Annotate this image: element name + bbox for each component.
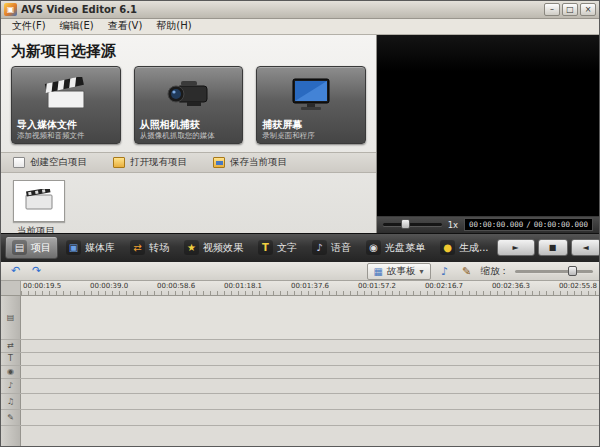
menu-bar: 文件(F) 编辑(E) 查看(V) 帮助(H) (1, 19, 599, 35)
minimize-button[interactable]: – (544, 3, 560, 16)
current-project-thumbnail[interactable] (13, 180, 65, 222)
link-label: 保存当前项目 (230, 156, 287, 169)
seek-slider[interactable] (383, 223, 442, 226)
tab-label: 视频效果 (203, 241, 243, 255)
source-label: 导入媒体文件 (17, 119, 115, 131)
capture-camera-button[interactable]: 从照相机捕获 从摄像机抓取您的媒体 (134, 66, 244, 144)
tab-text[interactable]: T 文字 (251, 236, 304, 259)
step-back-button[interactable]: ◄ (571, 239, 600, 256)
timeline-toolbar-right: ▦ 故事板 ▾ ♪ ✎ 缩放： (367, 263, 593, 280)
link-label: 打开现有项目 (130, 156, 187, 169)
play-button[interactable]: ► (497, 239, 535, 256)
transition-track-lane[interactable] (21, 340, 599, 352)
tab-label: 转场 (149, 241, 169, 255)
open-folder-icon (113, 157, 125, 168)
clapperboard-icon (17, 70, 115, 119)
tab-transitions[interactable]: ⇄ 转场 (123, 236, 176, 259)
tab-produce[interactable]: ● 生成... (433, 236, 496, 259)
create-blank-project-button[interactable]: 创建空白项目 (13, 156, 87, 169)
voice-icon: ♪ (312, 240, 327, 255)
tab-label: 生成... (459, 241, 489, 255)
edit-button[interactable]: ✎ (459, 265, 475, 278)
timecode-display: 00:00:00.000 / 00:00:00.000 (464, 218, 593, 231)
tick-label: 00:00:58.6 (157, 282, 195, 290)
source-label: 捕获屏幕 (262, 119, 360, 131)
redo-button[interactable]: ↷ (28, 264, 45, 279)
tab-label: 项目 (31, 241, 51, 255)
time-total: 00:00:00.000 (534, 220, 588, 229)
tick-label: 00:02:55.8 (559, 282, 597, 290)
transition-track-icon[interactable]: ⇄ (1, 340, 21, 352)
camcorder-icon (140, 70, 238, 119)
audio-track-icon[interactable]: ♪ (1, 379, 21, 393)
track-row-audio: ♪ (1, 379, 599, 394)
zoom-slider-thumb[interactable] (568, 266, 577, 276)
app-icon: ▣ (4, 3, 17, 16)
filmstrip-icon (24, 189, 54, 213)
transport-controls: ► ■ ◄ ► (497, 239, 600, 256)
extra-track-head (1, 426, 21, 446)
save-icon (213, 157, 225, 168)
video-track-lane[interactable] (21, 296, 599, 339)
view-mode-label: 故事板 (387, 265, 416, 278)
audio-mix-button[interactable]: ♪ (437, 265, 453, 278)
source-sublabel: 添加视频和音频文件 (17, 131, 115, 140)
tab-project[interactable]: ▤ 项目 (5, 236, 58, 259)
menu-edit[interactable]: 编辑(E) (53, 18, 101, 34)
timeline-tracks: ▤ ⇄ T ◉ ♪ ♫ ✎ (1, 296, 599, 446)
media-library-icon: ▣ (66, 240, 81, 255)
audio-track-lane[interactable] (21, 379, 599, 393)
capture-screen-button[interactable]: 捕获屏幕 录制桌面和程序 (256, 66, 366, 144)
tab-label: 媒体库 (85, 241, 115, 255)
extra-track-lane[interactable] (21, 426, 599, 446)
save-project-button[interactable]: 保存当前项目 (213, 156, 287, 169)
overlay-track-icon[interactable]: ◉ (1, 366, 21, 378)
produce-icon: ● (440, 240, 455, 255)
open-project-button[interactable]: 打开现有项目 (113, 156, 187, 169)
tab-voice[interactable]: ♪ 语音 (305, 236, 358, 259)
title-bar: ▣ AVS Video Editor 6.1 – □ × (1, 1, 599, 19)
text-icon: T (258, 240, 273, 255)
menu-file[interactable]: 文件(F) (5, 18, 53, 34)
menu-view[interactable]: 查看(V) (101, 18, 150, 34)
tick-label: 00:01:37.6 (291, 282, 329, 290)
tab-video-effects[interactable]: ★ 视频效果 (177, 236, 250, 259)
source-sublabel: 从摄像机抓取您的媒体 (140, 131, 238, 140)
maximize-button[interactable]: □ (562, 3, 578, 16)
seek-slider-thumb[interactable] (401, 219, 410, 229)
video-track-icon[interactable]: ▤ (1, 296, 21, 339)
text-track-icon[interactable]: T (1, 353, 21, 365)
tab-disc-menu[interactable]: ◉ 光盘菜单 (359, 236, 432, 259)
stop-button[interactable]: ■ (538, 239, 568, 256)
zoom-slider[interactable] (515, 270, 593, 273)
annotation-track-icon[interactable]: ✎ (1, 410, 21, 425)
music-track-icon[interactable]: ♫ (1, 394, 21, 409)
new-project-icon (13, 157, 25, 168)
ruler-ticks[interactable]: 00:00:19.5 00:00:39.0 00:00:58.6 00:01:1… (21, 281, 599, 295)
tab-media-library[interactable]: ▣ 媒体库 (59, 236, 122, 259)
view-mode-dropdown[interactable]: ▦ 故事板 ▾ (367, 263, 431, 280)
disc-menu-icon: ◉ (366, 240, 381, 255)
track-row-annotation: ✎ (1, 410, 599, 426)
main-toolbar: ▤ 项目 ▣ 媒体库 ⇄ 转场 ★ 视频效果 T 文字 ♪ 语音 ◉ 光盘菜单 … (1, 233, 599, 262)
time-separator: / (526, 220, 531, 229)
overlay-track-lane[interactable] (21, 366, 599, 378)
menu-help[interactable]: 帮助(H) (149, 18, 198, 34)
start-panel: 为新项目选择源 导入媒体 (1, 35, 377, 233)
close-button[interactable]: × (580, 3, 596, 16)
preview-control-bar: 1x 00:00:00.000 / 00:00:00.000 (377, 217, 599, 233)
track-row-overlay: ◉ (1, 366, 599, 379)
text-track-lane[interactable] (21, 353, 599, 365)
timeline-ruler: 00:00:19.5 00:00:39.0 00:00:58.6 00:01:1… (1, 281, 599, 296)
undo-button[interactable]: ↶ (7, 264, 24, 279)
tab-label: 文字 (277, 241, 297, 255)
video-effects-icon: ★ (184, 240, 199, 255)
music-track-lane[interactable] (21, 394, 599, 409)
video-preview-screen[interactable] (377, 35, 599, 217)
page-title: 为新项目选择源 (1, 35, 376, 66)
tab-label: 光盘菜单 (385, 241, 425, 255)
import-media-button[interactable]: 导入媒体文件 添加视频和音频文件 (11, 66, 121, 144)
annotation-track-lane[interactable] (21, 410, 599, 425)
timeline-toolbar: ↶ ↷ ▦ 故事板 ▾ ♪ ✎ 缩放： (1, 262, 599, 282)
window-title: AVS Video Editor 6.1 (21, 4, 542, 15)
